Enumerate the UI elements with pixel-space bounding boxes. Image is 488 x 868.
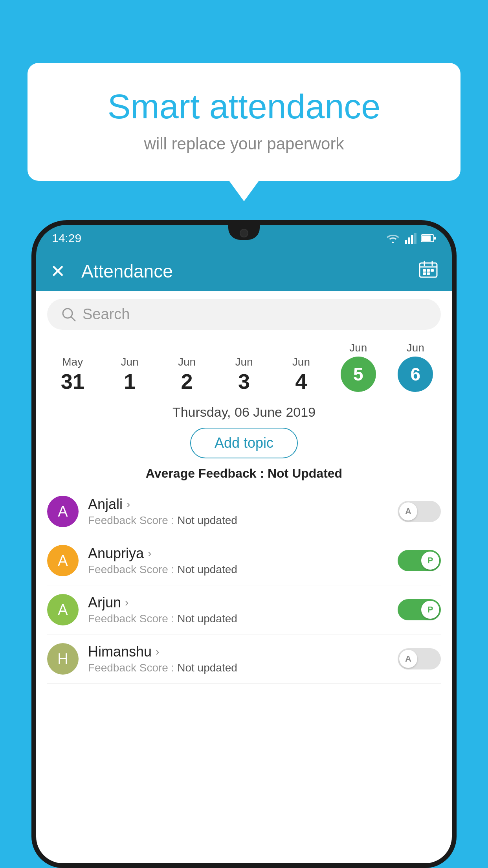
student-info-himanshu: Himanshu › Feedback Score : Not updated (88, 644, 388, 674)
feedback-value-arjun: Not updated (177, 612, 237, 625)
svg-rect-14 (423, 272, 426, 275)
svg-rect-11 (423, 269, 426, 272)
avg-feedback-value: Not Updated (268, 466, 342, 480)
student-avatar-anjali: A (47, 496, 79, 527)
date-item-may31[interactable]: May 31 (44, 356, 101, 396)
date-item-jun3[interactable]: Jun 3 (215, 356, 272, 396)
feedback-value-anjali: Not updated (177, 514, 237, 526)
chevron-icon: › (156, 645, 159, 658)
date-item-jun1[interactable]: Jun 1 (101, 356, 158, 396)
student-avatar-himanshu: H (47, 643, 79, 675)
student-name-anupriya: Anupriya (88, 545, 144, 562)
search-placeholder: Search (83, 306, 130, 323)
chevron-icon: › (148, 547, 151, 560)
app-title: Attendance (81, 261, 419, 282)
wifi-icon (386, 233, 400, 244)
student-item-himanshu[interactable]: H Himanshu › Feedback Score : Not update… (47, 634, 441, 684)
svg-rect-15 (427, 272, 430, 275)
svg-line-17 (71, 317, 75, 321)
student-name-anjali: Anjali (88, 496, 123, 513)
speech-bubble-container: Smart attendance will replace your paper… (28, 63, 460, 181)
student-item-anjali[interactable]: A Anjali › Feedback Score : Not updated … (47, 487, 441, 536)
status-time: 14:29 (52, 232, 81, 245)
chevron-icon: › (127, 498, 130, 511)
date-item-jun4[interactable]: Jun 4 (273, 356, 330, 396)
avg-feedback-label: Average Feedback : (146, 466, 264, 480)
student-item-arjun[interactable]: A Arjun › Feedback Score : Not updated P (47, 585, 441, 634)
avg-feedback: Average Feedback : Not Updated (36, 462, 452, 487)
search-bar[interactable]: Search (47, 299, 441, 330)
status-icons (386, 233, 436, 244)
date-item-jun6[interactable]: Jun 6 (387, 342, 444, 396)
svg-rect-1 (408, 237, 410, 244)
feedback-value-himanshu: Not updated (177, 662, 237, 674)
phone-frame: 14:29 (31, 220, 457, 868)
svg-rect-3 (414, 233, 416, 244)
student-info-arjun: Arjun › Feedback Score : Not updated (88, 594, 388, 625)
toggle-anupriya[interactable]: P (398, 550, 441, 571)
svg-rect-5 (422, 235, 431, 241)
svg-rect-2 (411, 235, 413, 244)
date-item-jun5[interactable]: Jun 5 (330, 342, 387, 396)
battery-icon (421, 234, 436, 243)
speech-bubble: Smart attendance will replace your paper… (28, 63, 460, 181)
feedback-value-anupriya: Not updated (177, 563, 237, 576)
selected-date-info: Thursday, 06 June 2019 (36, 396, 452, 424)
student-info-anjali: Anjali › Feedback Score : Not updated (88, 496, 388, 527)
svg-rect-12 (427, 269, 430, 272)
student-item-anupriya[interactable]: A Anupriya › Feedback Score : Not update… (47, 536, 441, 585)
svg-rect-13 (431, 269, 434, 272)
speech-bubble-heading: Smart attendance (59, 86, 429, 127)
speech-bubble-subtext: will replace your paperwork (59, 134, 429, 153)
student-avatar-arjun: A (47, 594, 79, 625)
calendar-icon[interactable] (419, 261, 438, 282)
phone-inner: 14:29 (36, 225, 452, 863)
student-info-anupriya: Anupriya › Feedback Score : Not updated (88, 545, 388, 576)
search-icon (61, 307, 76, 322)
signal-icon (405, 233, 416, 244)
app-header: ✕ Attendance (36, 252, 452, 291)
date-strip: May 31 Jun 1 Jun 2 Jun 3 (36, 334, 452, 396)
add-topic-button[interactable]: Add topic (190, 428, 298, 458)
close-button[interactable]: ✕ (50, 261, 66, 282)
student-name-himanshu: Himanshu (88, 644, 152, 660)
toggle-anjali[interactable]: A (398, 501, 441, 522)
toggle-himanshu[interactable]: A (398, 648, 441, 669)
date-item-jun2[interactable]: Jun 2 (158, 356, 215, 396)
student-avatar-anupriya: A (47, 545, 79, 576)
screen-content: Search May 31 Jun 1 Jun 2 (36, 291, 452, 863)
svg-rect-6 (434, 237, 436, 240)
student-name-arjun: Arjun (88, 594, 121, 611)
student-list: A Anjali › Feedback Score : Not updated … (36, 487, 452, 684)
toggle-arjun[interactable]: P (398, 599, 441, 620)
chevron-icon: › (125, 596, 128, 609)
front-camera (240, 229, 248, 237)
svg-rect-0 (405, 240, 407, 244)
